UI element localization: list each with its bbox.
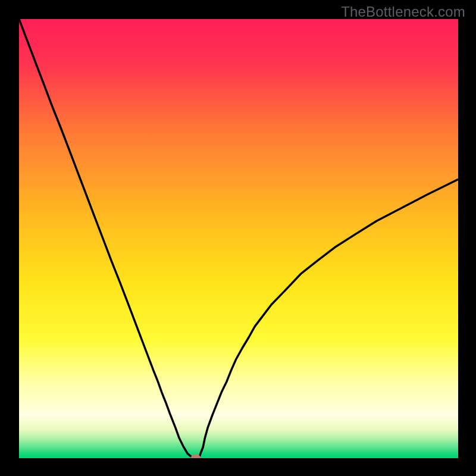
plot-area: [19, 19, 458, 458]
minimum-marker: [191, 455, 201, 459]
watermark-text: TheBottleneck.com: [341, 4, 465, 20]
curve-layer: [19, 19, 458, 458]
chart-frame: TheBottleneck.com: [0, 0, 476, 476]
bottleneck-curve: [19, 19, 458, 458]
